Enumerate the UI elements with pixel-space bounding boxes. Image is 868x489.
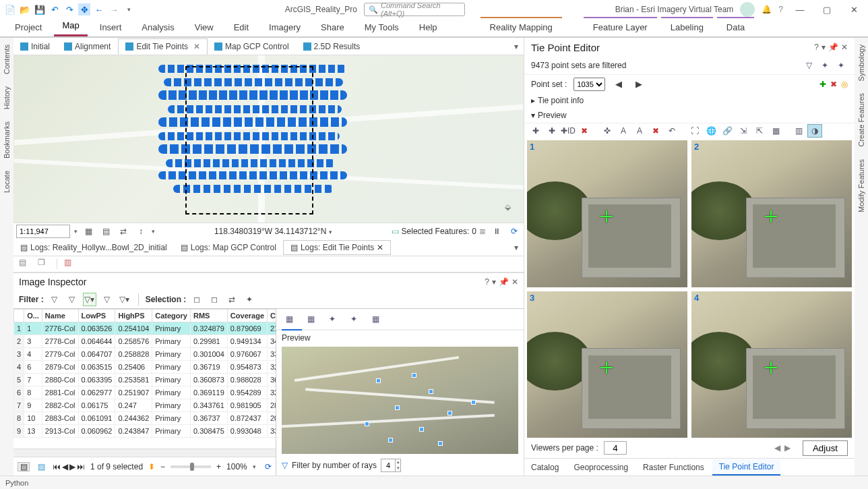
compass-icon[interactable]: ⬙	[505, 202, 518, 216]
snapping-icon[interactable]: ▦	[82, 225, 95, 238]
tab-help[interactable]: Help	[411, 18, 445, 36]
filter-rays-spinner[interactable]: ▴▾	[381, 459, 401, 472]
select-clear-icon[interactable]: ◻	[208, 293, 221, 306]
viewer-2[interactable]: 2	[691, 140, 852, 287]
tab-map[interactable]: Map	[54, 16, 87, 36]
highlight-icon[interactable]: ⬍	[148, 462, 155, 471]
table-row[interactable]: 112776-Col0.0635260.254104Primary0.32487…	[14, 322, 276, 335]
logs-menu-icon[interactable]: ▾	[509, 243, 524, 252]
close-icon[interactable]: ✕	[193, 42, 200, 51]
collapse-icon[interactable]: ⇲	[736, 124, 751, 138]
log-view-icon[interactable]: ▤	[19, 258, 31, 270]
tab-geoprocessing[interactable]: Geoprocessing	[567, 460, 635, 475]
section-preview[interactable]: ▾Preview	[524, 108, 855, 123]
context-tab-reality-mapping[interactable]: Reality Mapping	[480, 17, 562, 36]
column-header[interactable]: HighPS	[115, 309, 152, 322]
view-tab-25d[interactable]: 2.5D Results	[297, 39, 368, 54]
column-header[interactable]: Coverage	[227, 309, 267, 322]
table-row[interactable]: 8102883-Col0.0610910.244362Primary0.3673…	[14, 411, 276, 424]
column-header[interactable]: RMS	[190, 309, 227, 322]
pick-icon[interactable]: ✜	[600, 124, 615, 138]
filter-more-icon[interactable]: ▽▾	[118, 293, 131, 306]
zoom-in-icon[interactable]: +	[216, 462, 221, 471]
next-pointset-icon[interactable]: ▶	[632, 79, 646, 89]
maximize-button[interactable]: ▢	[817, 5, 837, 15]
viewers-per-page-input[interactable]	[604, 441, 627, 455]
close-button[interactable]: ✕	[844, 5, 864, 15]
tab-share[interactable]: Share	[313, 18, 352, 36]
log-tab-gcp[interactable]: ▤Logs: Map GCP Control	[174, 241, 283, 254]
chevron-down-icon[interactable]: ▾	[822, 42, 826, 52]
spin-down-icon[interactable]: ▾	[395, 465, 400, 471]
inspector-table[interactable]: O...NameLowPSHighPSCategoryRMSCoverageCo…	[13, 309, 276, 438]
histogram-icon[interactable]: ▥	[791, 124, 806, 138]
enhance-icon[interactable]: ◑	[807, 124, 822, 138]
expand-icon[interactable]: ⇱	[752, 124, 767, 138]
log-clear-icon[interactable]: ▥	[64, 258, 76, 270]
filter-icon[interactable]: ▽	[48, 293, 61, 306]
tab-view[interactable]: View	[187, 18, 222, 36]
qat-dropdown-icon[interactable]: ▾	[123, 3, 135, 16]
column-header[interactable]: Category	[152, 309, 191, 322]
context-tab-data[interactable]: Data	[717, 17, 754, 36]
constraints-icon[interactable]: ↕	[134, 225, 148, 238]
pointset-select[interactable]: 1035	[574, 78, 605, 91]
filter-add-icon[interactable]: ✦	[818, 59, 832, 72]
column-header[interactable]: Cou...	[268, 309, 276, 322]
filter-icon[interactable]: ▽	[802, 59, 815, 72]
add-tp-auto-icon[interactable]: ✚	[545, 124, 559, 138]
zoom-out-icon[interactable]: −	[160, 462, 165, 471]
add-tp-icon[interactable]: ✚	[528, 124, 543, 138]
chevron-down-icon[interactable]: ▾	[492, 277, 496, 287]
tab-raster-functions[interactable]: Raster Functions	[636, 460, 711, 475]
preview-mode-1-icon[interactable]: ▦	[282, 312, 297, 326]
column-header[interactable]: O...	[24, 309, 42, 322]
command-search-input[interactable]: 🔍 Command Search (Alt+Q)	[364, 3, 465, 16]
panel-history[interactable]: History	[3, 84, 11, 112]
close-icon[interactable]: ✕	[512, 277, 518, 287]
link-icon[interactable]: 🔗	[720, 124, 735, 138]
filter-clear-icon[interactable]: ▽	[100, 293, 114, 306]
horizontal-scrollbar[interactable]	[13, 449, 276, 457]
add-point-icon[interactable]: ✚	[819, 80, 826, 89]
new-project-icon[interactable]: 📄	[4, 3, 16, 16]
explore-icon[interactable]: ✥	[78, 3, 90, 16]
page-prev-icon[interactable]: ◀	[774, 443, 780, 453]
table-row[interactable]: 792882-Col0.061750.247Primary0.3437610.9…	[14, 399, 276, 411]
log-copy-icon[interactable]: ❐	[38, 258, 50, 270]
open-project-icon[interactable]: 📂	[19, 3, 31, 16]
view-selected-icon[interactable]: ▤	[35, 462, 47, 471]
prev-pointset-icon[interactable]: ◀	[612, 79, 625, 89]
filter-attr-icon[interactable]: ▽	[65, 293, 79, 306]
status-python[interactable]: Python	[5, 479, 28, 487]
forward-icon[interactable]: →	[108, 3, 120, 16]
tab-analysis[interactable]: Analysis	[133, 18, 182, 36]
viewer-3[interactable]: 3	[527, 291, 687, 438]
page-next-icon[interactable]: ▶	[784, 443, 790, 453]
redo-icon[interactable]: ↷	[63, 3, 75, 16]
close-icon[interactable]: ✕	[841, 42, 848, 52]
grid-icon[interactable]: ▤	[99, 225, 113, 238]
viewer-1[interactable]: 1	[527, 140, 687, 287]
section-tie-point-info[interactable]: ▸Tie point info	[524, 93, 855, 108]
map-view[interactable]: /*placeholder*/ ⬙	[13, 55, 524, 223]
scale-input[interactable]	[16, 225, 70, 238]
pause-icon[interactable]: ⏸	[490, 225, 503, 238]
panel-contents[interactable]: Contents	[3, 42, 11, 77]
tab-project[interactable]: Project	[7, 18, 50, 36]
view-tab-alignment[interactable]: Alignment	[57, 39, 118, 54]
tab-catalog[interactable]: Catalog	[524, 460, 565, 475]
table-row[interactable]: 462879-Col0.0635150.25406Primary0.367190…	[14, 360, 276, 373]
view-rows-icon[interactable]: ▤	[18, 462, 30, 471]
zoom-slider[interactable]	[170, 465, 211, 468]
tab-mytools[interactable]: My Tools	[356, 18, 407, 36]
log-tab-initial[interactable]: ▤Logs: Reality_Hollyw...Bowl_2D_initial	[13, 241, 174, 254]
help-icon[interactable]: ?	[485, 277, 489, 287]
table-row[interactable]: 342779-Col0.0647070.258828Primary0.30100…	[14, 347, 276, 360]
help-icon[interactable]: ?	[814, 42, 819, 52]
minimize-button[interactable]: —	[790, 5, 810, 15]
label2-icon[interactable]: A	[632, 124, 647, 138]
next-icon[interactable]: ▶	[69, 462, 75, 471]
column-header[interactable]: Name	[42, 309, 78, 322]
column-header[interactable]	[14, 309, 24, 322]
